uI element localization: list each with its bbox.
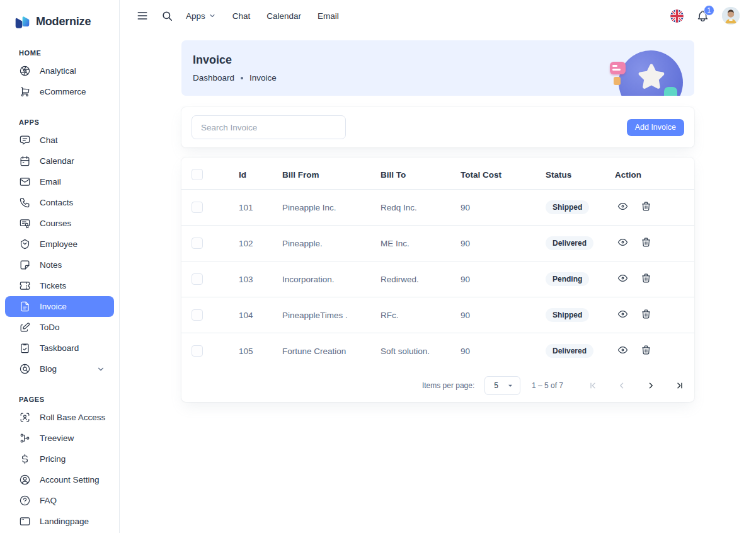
sidebar-item-treeview[interactable]: Treeview xyxy=(5,428,114,449)
trash-icon xyxy=(641,201,651,212)
eye-icon xyxy=(617,273,628,284)
delete-invoice-button[interactable] xyxy=(638,306,654,324)
sidebar-item-notes[interactable]: Notes xyxy=(5,255,114,275)
row-checkbox[interactable] xyxy=(192,202,203,213)
row-checkbox[interactable] xyxy=(192,238,203,249)
view-invoice-button[interactable] xyxy=(615,270,631,288)
sidebar-item-contacts[interactable]: Contacts xyxy=(5,192,114,213)
sidebar-section-apps: APPS xyxy=(0,102,119,130)
sidebar-item-label: Courses xyxy=(40,219,71,228)
trash-icon xyxy=(641,345,651,355)
sidebar-item-label: FAQ xyxy=(40,496,57,505)
items-per-page-label: Items per page: xyxy=(422,381,474,390)
column-header-bill-from: Bill From xyxy=(272,160,370,190)
notifications-button[interactable]: 1 xyxy=(696,9,709,23)
sidebar-item-pricing[interactable]: Pricing xyxy=(5,449,114,469)
view-invoice-button[interactable] xyxy=(615,234,631,252)
last-page-button[interactable] xyxy=(672,377,688,394)
status-badge: Pending xyxy=(546,272,589,286)
sidebar-item-tickets[interactable]: Tickets xyxy=(5,275,114,296)
view-invoice-button[interactable] xyxy=(615,198,631,216)
cell-bill-to: ME Inc. xyxy=(370,226,450,261)
topnav-apps[interactable]: Apps xyxy=(186,11,216,21)
aperture-icon xyxy=(19,65,31,77)
delete-invoice-button[interactable] xyxy=(638,198,654,216)
previous-page-button[interactable] xyxy=(614,377,630,394)
delete-invoice-button[interactable] xyxy=(638,342,654,360)
sidebar-item-faq[interactable]: FAQ xyxy=(5,490,114,511)
chat-icon xyxy=(19,134,31,146)
cell-bill-to: Redirwed. xyxy=(370,261,450,297)
cell-id: 102 xyxy=(229,226,272,261)
invoice-toolbar: Add Invoice xyxy=(181,107,694,147)
sidebar-item-courses[interactable]: Courses xyxy=(5,213,114,234)
table-row: 105 Fortune Creation Soft solution. 90 D… xyxy=(181,333,694,369)
sidebar-item-label: Account Setting xyxy=(40,475,100,484)
cell-bill-from: Incorporation. xyxy=(272,261,370,297)
sidebar-item-calendar[interactable]: Calendar xyxy=(5,151,114,171)
sidebar-item-account-setting[interactable]: Account Setting xyxy=(5,469,114,490)
sidebar-item-taskboard[interactable]: Taskboard xyxy=(5,338,114,358)
sidebar-item-label: Tickets xyxy=(40,281,66,290)
table-header-row: Id Bill From Bill To Total Cost Status A… xyxy=(181,160,694,190)
hamburger-menu-button[interactable] xyxy=(132,6,152,26)
breadcrumb-separator-dot xyxy=(241,77,243,79)
sidebar-item-todo[interactable]: ToDo xyxy=(5,317,114,338)
language-flag-uk-icon[interactable] xyxy=(670,9,684,23)
topnav-email[interactable]: Email xyxy=(318,11,339,21)
brand-logo[interactable]: Modernize xyxy=(0,8,119,33)
employee-icon xyxy=(19,238,31,250)
add-invoice-button[interactable]: Add Invoice xyxy=(627,119,684,136)
sidebar-item-roll-base-access[interactable]: Roll Base Access xyxy=(5,407,114,428)
sidebar-item-ecommerce[interactable]: eCommerce xyxy=(5,81,114,102)
cell-total-cost: 90 xyxy=(450,226,536,261)
first-page-button[interactable] xyxy=(585,377,601,394)
dollar-icon xyxy=(19,453,31,465)
topbar: Apps Chat Calendar Email 1 xyxy=(120,0,756,32)
search-invoice-input[interactable] xyxy=(192,115,346,139)
view-invoice-button[interactable] xyxy=(615,306,631,324)
cell-total-cost: 90 xyxy=(450,333,536,369)
user-circle-icon xyxy=(19,474,31,486)
sidebar-item-chat[interactable]: Chat xyxy=(5,130,114,151)
sidebar-item-email[interactable]: Email xyxy=(5,171,114,192)
next-page-button[interactable] xyxy=(643,377,659,394)
table-row: 104 PineappleTimes . RFc. 90 Shipped xyxy=(181,297,694,333)
sidebar-item-invoice[interactable]: Invoice xyxy=(5,296,114,317)
sidebar-item-label: Invoice xyxy=(40,302,67,311)
row-checkbox[interactable] xyxy=(192,273,203,285)
sidebar-section-pages: PAGES xyxy=(0,379,119,407)
sidebar-item-label: Roll Base Access xyxy=(40,413,105,422)
topnav-calendar[interactable]: Calendar xyxy=(266,11,301,21)
sidebar-section-home: HOME xyxy=(0,33,119,60)
breadcrumb-dashboard-link[interactable]: Dashboard xyxy=(193,73,234,83)
phone-icon xyxy=(19,197,31,209)
sidebar-item-employee[interactable]: Employee xyxy=(5,234,114,255)
topbar-nav: Apps Chat Calendar Email xyxy=(186,11,339,21)
items-per-page-select[interactable]: 5 xyxy=(484,376,520,395)
trash-icon xyxy=(641,273,651,284)
delete-invoice-button[interactable] xyxy=(638,234,654,252)
sidebar-item-landingpage[interactable]: Landingpage xyxy=(5,511,114,532)
row-checkbox[interactable] xyxy=(192,345,203,357)
topnav-chat[interactable]: Chat xyxy=(232,11,251,21)
view-invoice-button[interactable] xyxy=(615,342,631,360)
page-header-banner: Invoice Dashboard Invoice xyxy=(181,40,694,96)
pagination-range: 1 – 5 of 7 xyxy=(532,381,563,390)
delete-invoice-button[interactable] xyxy=(638,270,654,288)
sidebar-item-blog[interactable]: Blog xyxy=(5,358,114,379)
cell-total-cost: 90 xyxy=(450,190,536,226)
column-header-status: Status xyxy=(536,160,605,190)
row-checkbox[interactable] xyxy=(192,309,203,321)
sidebar-item-analytical[interactable]: Analytical xyxy=(5,60,114,81)
select-all-checkbox[interactable] xyxy=(192,169,203,180)
user-avatar[interactable] xyxy=(722,7,740,25)
sidebar-item-label: Email xyxy=(40,177,61,186)
eye-icon xyxy=(617,237,628,248)
status-badge: Delivered xyxy=(546,236,593,250)
invoice-table-card: Id Bill From Bill To Total Cost Status A… xyxy=(181,158,694,402)
search-icon[interactable] xyxy=(158,6,177,26)
cell-bill-from: Pineapple Inc. xyxy=(272,190,370,226)
cell-total-cost: 90 xyxy=(450,261,536,297)
clipboard-icon xyxy=(19,342,31,354)
